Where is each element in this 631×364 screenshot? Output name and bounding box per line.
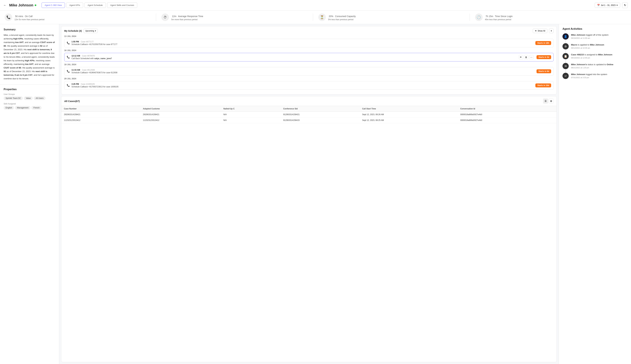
activity-avatar-4: ✉ [562, 63, 569, 69]
col-case-number: Case Number [61, 106, 140, 112]
agent-name: Mike Johnson [9, 3, 36, 8]
date-group-4: 29 JUL 2024 📞 3:25 PM Case #1009105 Sche… [64, 78, 554, 90]
starts-badge-3: Starts in 6d [536, 69, 551, 73]
schedule-info-4: 3:25 PM Case #1009105 Schedule Callback … [72, 83, 534, 88]
tab-skills[interactable]: Agent Skills and Courses [107, 2, 137, 8]
call-start-cell: Sept 12, 2023, 08:26 AM [360, 112, 458, 118]
skill-tags: English Management French [4, 106, 55, 110]
list-view-button[interactable]: ☰ [543, 98, 548, 104]
schedule-actions: 👁 🗑 ⋯ [519, 55, 533, 59]
on-call-sub: 12m 5s more than previous period [15, 18, 44, 21]
activity-avatar-2: ⚙ [562, 43, 569, 50]
date-group-3: 18 JUL 2024 📞 11:33 AM Case #612938 Sche… [64, 64, 554, 76]
activity-content-1: Mike Johnson logged off of the system 09… [571, 33, 627, 40]
chevron-down-icon: ▾ [95, 30, 96, 32]
eye-action-icon[interactable]: 👁 [519, 55, 523, 59]
schedule-time-1: 1:55 PM Case #877177 [72, 40, 534, 43]
trash-action-icon[interactable]: 🗑 [524, 55, 528, 59]
phone-icon: 📞 [67, 42, 70, 44]
response-time-icon: ⏱ [161, 14, 169, 21]
date-label-3: 18 JUL 2024 [64, 64, 554, 66]
cases-data-table: Case Number Adapted Custome Nailed-Up C … [61, 106, 556, 123]
collapse-button[interactable]: ▾ [549, 28, 554, 33]
schedule-title: My Schedule (4) [64, 30, 82, 32]
phone-icon-3: 📞 [67, 70, 70, 73]
nailed-cell: N/A [221, 112, 281, 118]
date-group-2: 16 JUL 2024 📞 12:12 AM Case #879476 Call… [64, 49, 554, 62]
tag-all-users: All Users [34, 96, 46, 100]
on-call-value: 50 mins On Call [15, 14, 44, 18]
header-right: 📅 Jul 1 - 31, 2023 ▾ ↻ [595, 2, 628, 8]
date-label-2: 16 JUL 2024 [64, 49, 554, 52]
schedule-time-3: 11:33 AM Case #612938 [72, 69, 535, 71]
summary-title: Summary [4, 28, 55, 31]
stat-time-since-login: 🕐 7h 15m Time Since Login 45m less than … [470, 14, 626, 21]
date-label-4: 29 JUL 2024 [64, 78, 554, 80]
activity-text-3: Case #68215 is assigned to Mike Johnson [571, 53, 627, 56]
eye-icon: 👁 [535, 30, 537, 32]
schedule-desc-4: Schedule Callback +917063723913 for case… [72, 86, 534, 88]
adapted-cell: 112323123313412 [140, 118, 221, 123]
starts-badge-4: Starts in 16d [535, 84, 551, 88]
schedule-card-2: 📞 12:12 AM Case #879476 Call Back Schedu… [64, 53, 554, 62]
tag-english: English [4, 106, 14, 110]
activity-content-2: Macro is applied to Mike Johnson 09/12/2… [571, 43, 627, 50]
schedule-desc-1: Schedule Callback +917015507530 for case… [72, 43, 534, 46]
show-all-button[interactable]: 👁 Show All [533, 29, 547, 33]
skill-assigned-label: Skill Assigned [4, 103, 55, 105]
adapted-cell: 292063314158421 [140, 112, 221, 118]
case-number-cell: 112323123313412 [61, 118, 140, 123]
calendar-icon: 📅 [597, 4, 600, 6]
tab-schedule[interactable]: Agent Schedule [85, 2, 106, 8]
schedule-card-1: 📞 1:55 PM Case #877177 Schedule Callback… [64, 39, 554, 47]
refresh-button[interactable]: ↻ [622, 2, 628, 8]
schedule-card-3: 📞 11:33 AM Case #612938 Schedule Callbac… [64, 67, 554, 76]
more-action-icon[interactable]: ⋯ [529, 55, 533, 59]
tab-kpis[interactable]: Agent KPIs [66, 2, 83, 8]
activity-content-3: Case #68215 is assigned to Mike Johnson … [571, 53, 627, 59]
agent-name-text: Mike Johnson [9, 3, 33, 8]
activity-text-1: Mike Johnson logged off of the system [571, 33, 627, 37]
view-toggle: ☰ ⊞ [543, 98, 554, 104]
activity-avatar-5: ↩ [562, 73, 569, 79]
right-panel: Agent Activities 👤 Mike Johnson logged o… [559, 24, 631, 364]
main-content: Summary Mike, a tenured agent, consisten… [0, 24, 631, 364]
date-range-text: Jul 1 - 31, 2023 [601, 4, 615, 6]
activity-item-1: 👤 Mike Johnson logged off of the system … [562, 33, 627, 43]
schedule-card-4: 📞 3:25 PM Case #1009105 Schedule Callbac… [64, 81, 554, 90]
tag-management: Management [15, 106, 31, 110]
center-panel: My Schedule (4) Upcoming ▾ 👁 Show All ▾ … [59, 24, 559, 364]
col-conference: Conference Sid [281, 106, 360, 112]
response-time-value: 12m Average Response Time [171, 14, 203, 18]
user-groups-group: User Groups Sprinklr Team:SC Value All U… [4, 93, 55, 100]
summary-section: Summary Mike, a tenured agent, consisten… [0, 24, 59, 84]
upcoming-dropdown[interactable]: Upcoming ▾ [84, 29, 98, 33]
date-group-1: 13 JUL 2024 📞 1:55 PM Case #877177 Sched… [64, 35, 554, 47]
activity-avatar-3: 📋 [562, 53, 569, 59]
upcoming-label: Upcoming [85, 30, 94, 32]
stats-bar: 📞 50 mins On Call 12m 5s more than previ… [0, 10, 631, 24]
col-adapted: Adapted Custome [140, 106, 221, 112]
header: ← Mike Johnson Agent C-360 View Agent KP… [0, 0, 631, 10]
activity-time-1: 09/16/2021 at 11:00 am [571, 37, 627, 39]
grid-view-button[interactable]: ⊞ [549, 98, 554, 104]
back-button[interactable]: ← [3, 3, 7, 7]
activity-time-2: 09/12/2021 at 10:30 am [571, 47, 627, 49]
schedule-info-3: 11:33 AM Case #612938 Schedule Callback … [72, 69, 535, 74]
date-range-picker[interactable]: 📅 Jul 1 - 31, 2023 ▾ [595, 3, 620, 8]
table-row: 112323123313412 112323123313412 N/A 9120… [61, 118, 556, 123]
schedule-time-4: 3:25 PM Case #1009105 [72, 83, 534, 85]
nailed-cell: N/A [221, 118, 281, 123]
user-groups-label: User Groups [4, 93, 55, 96]
on-call-icon: 📞 [5, 14, 12, 21]
cases-title: All Cases(67) [64, 100, 80, 102]
properties-section: Properties User Groups Sprinklr Team:SC … [0, 84, 59, 116]
table-row: 292063314158421 292063314158421 N/A 9120… [61, 112, 556, 118]
online-status-dot [35, 4, 36, 6]
tab-c360[interactable]: Agent C-360 View [42, 2, 65, 8]
activity-time-4: 08/21/2021 at 1:20 pm [571, 67, 627, 69]
conversation-cell: 0000018a868a5927e4b0 [458, 112, 556, 118]
table-header-row: Case Number Adapted Custome Nailed-Up C … [61, 106, 556, 112]
schedule-info-2: 12:12 AM Case #879476 Call Back Schedule… [72, 55, 517, 60]
stat-on-call: 📞 50 mins On Call 12m 5s more than previ… [5, 14, 156, 21]
